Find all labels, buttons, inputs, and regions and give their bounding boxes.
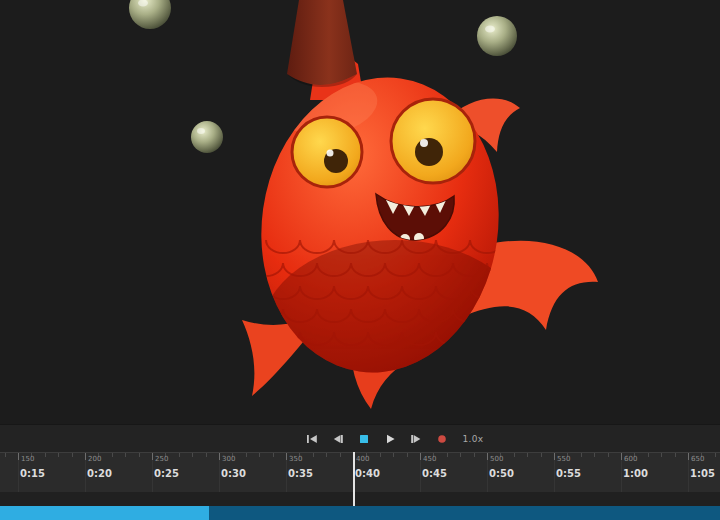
ruler-major-tick	[85, 453, 86, 460]
ruler-minor-tick	[45, 453, 46, 457]
ruler-frame-label: 500	[490, 455, 503, 463]
ruler-minor-tick	[5, 453, 6, 457]
ruler-time-label: 0:15	[20, 468, 45, 479]
ruler-minor-tick	[514, 453, 515, 457]
ruler-frame-label: 350	[289, 455, 302, 463]
ruler-time-label: 1:00	[623, 468, 648, 479]
ruler-time-label: 0:40	[355, 468, 380, 479]
ruler-frame-label: 450	[423, 455, 436, 463]
ruler-minor-tick	[581, 453, 582, 457]
ruler-frame-label: 400	[356, 455, 369, 463]
step-forward-button[interactable]	[407, 431, 425, 447]
ruler-time-label: 0:30	[221, 468, 246, 479]
ruler-minor-tick	[675, 453, 676, 457]
ruler-minor-tick	[139, 453, 140, 457]
ruler-minor-tick	[125, 453, 126, 457]
preview-canvas[interactable]	[0, 0, 720, 424]
ruler-minor-tick	[72, 453, 73, 457]
ruler-minor-tick	[259, 453, 260, 457]
ruler-time-label: 1:05	[690, 468, 715, 479]
ruler-minor-tick	[648, 453, 649, 457]
ruler-minor-tick	[407, 453, 408, 457]
goldfish-artwork	[0, 0, 720, 424]
ruler-minor-tick	[246, 453, 247, 457]
ruler-minor-tick	[661, 453, 662, 457]
stop-icon	[359, 434, 369, 444]
playback-speed-label[interactable]: 1.0x	[463, 434, 484, 444]
ruler-minor-tick	[460, 453, 461, 457]
ruler-major-tick	[621, 453, 622, 460]
record-icon	[437, 434, 447, 444]
ruler-frame-label: 550	[557, 455, 570, 463]
ruler-minor-tick	[608, 453, 609, 457]
cone-hat	[287, 0, 357, 87]
ruler-time-label: 0:55	[556, 468, 581, 479]
stop-button[interactable]	[355, 431, 373, 447]
ruler-major-tick	[688, 453, 689, 460]
transport-bar: 1.0x	[0, 424, 720, 452]
ruler-frame-label: 650	[691, 455, 704, 463]
ruler-time-label: 0:35	[288, 468, 313, 479]
step-back-icon	[332, 434, 344, 444]
ruler-minor-tick	[474, 453, 475, 457]
ruler-frame-label: 250	[155, 455, 168, 463]
ruler-major-tick	[487, 453, 488, 460]
ruler-minor-tick	[112, 453, 113, 457]
ruler-minor-tick	[594, 453, 595, 457]
ruler-frame-label: 600	[624, 455, 637, 463]
ruler-major-tick	[219, 453, 220, 460]
ruler-minor-tick	[393, 453, 394, 457]
ruler-time-label: 0:20	[87, 468, 112, 479]
ruler-minor-tick	[447, 453, 448, 457]
skip-to-start-button[interactable]	[303, 431, 321, 447]
ruler-minor-tick	[179, 453, 180, 457]
timeline-track-strip[interactable]	[0, 492, 720, 506]
ruler-time-label: 0:50	[489, 468, 514, 479]
ruler-minor-tick	[192, 453, 193, 457]
ruler-major-tick	[554, 453, 555, 460]
skip-to-start-icon	[306, 434, 318, 444]
timeline-ruler[interactable]: 1500:152000:202500:253000:303500:354000:…	[0, 452, 720, 492]
ruler-major-tick	[152, 453, 153, 460]
ruler-time-label: 0:25	[154, 468, 179, 479]
ruler-major-tick	[18, 453, 19, 460]
ruler-major-tick	[286, 453, 287, 460]
ruler-minor-tick	[273, 453, 274, 457]
playhead[interactable]	[353, 452, 355, 506]
animation-editor-window: 1.0x 1500:152000:202500:253000:303500:35…	[0, 0, 720, 520]
ruler-minor-tick	[206, 453, 207, 457]
ruler-minor-tick	[58, 453, 59, 457]
ruler-frame-label: 300	[222, 455, 235, 463]
step-back-button[interactable]	[329, 431, 347, 447]
ruler-frame-label: 200	[88, 455, 101, 463]
ruler-minor-tick	[527, 453, 528, 457]
timeline-scrollbar[interactable]	[0, 506, 720, 520]
ruler-frame-label: 150	[21, 455, 34, 463]
ruler-time-label: 0:45	[422, 468, 447, 479]
play-button[interactable]	[381, 431, 399, 447]
play-icon	[385, 434, 395, 444]
ruler-minor-tick	[380, 453, 381, 457]
ruler-minor-tick	[340, 453, 341, 457]
record-button[interactable]	[433, 431, 451, 447]
ruler-minor-tick	[541, 453, 542, 457]
ruler-minor-tick	[715, 453, 716, 457]
step-forward-icon	[410, 434, 422, 444]
ruler-minor-tick	[326, 453, 327, 457]
ruler-minor-tick	[313, 453, 314, 457]
scrollbar-thumb[interactable]	[0, 506, 209, 520]
ruler-major-tick	[420, 453, 421, 460]
